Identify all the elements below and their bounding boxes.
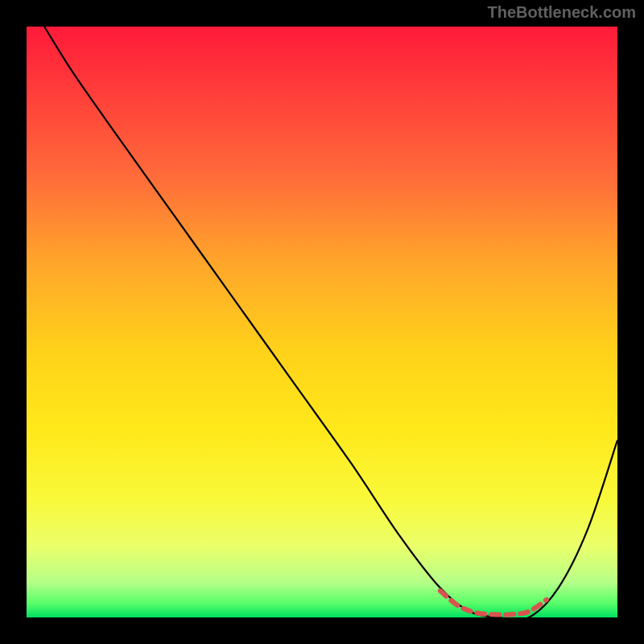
highlight-segment bbox=[440, 591, 547, 615]
curve-layer bbox=[27, 27, 617, 617]
watermark-text: TheBottleneck.com bbox=[488, 3, 636, 22]
plot-area bbox=[27, 27, 617, 617]
chart-container: TheBottleneck.com bbox=[0, 0, 644, 644]
main-curve bbox=[44, 27, 617, 617]
